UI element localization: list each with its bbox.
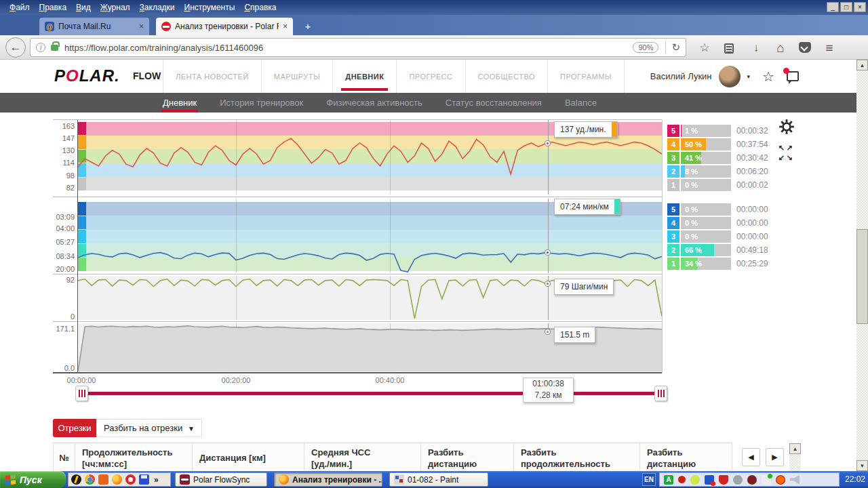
red-shield-icon[interactable]	[719, 475, 728, 485]
red-bug-icon[interactable]	[678, 476, 686, 483]
task-polar-flowsync[interactable]: Polar FlowSync	[175, 472, 267, 487]
menu-tools[interactable]: Инструменты	[184, 3, 235, 12]
language-indicator[interactable]: EN	[642, 473, 656, 486]
yellow-blob-icon[interactable]	[690, 475, 700, 485]
green-a-icon[interactable]: A	[664, 475, 673, 485]
polar-logo[interactable]: POLAR.	[54, 66, 120, 85]
cadence-cursor-dot	[545, 281, 550, 286]
menu-edit[interactable]: Правка	[39, 3, 67, 12]
zone-bar: 41 %	[681, 152, 731, 164]
nav-progress[interactable]: ПРОГРЕСС	[397, 60, 465, 93]
https-lock-icon[interactable]	[51, 45, 58, 51]
zoom-indicator[interactable]: 90%	[633, 42, 658, 53]
address-bar[interactable]: i https://flow.polar.com/training/analys…	[30, 38, 686, 57]
menu-history[interactable]: Журнал	[100, 3, 130, 12]
security-flag-icon[interactable]	[705, 475, 714, 485]
scroll-up-icon[interactable]: ▲	[856, 60, 868, 70]
home-icon[interactable]: ⌂	[773, 41, 788, 55]
speaker-icon[interactable]	[790, 475, 800, 485]
x-axis-line	[53, 372, 662, 373]
subnav-diary[interactable]: Дневник	[163, 93, 197, 113]
tab-mailru[interactable]: @ Почта Mail.Ru ×	[39, 18, 149, 35]
floppy-save-icon[interactable]	[139, 474, 149, 485]
zone-chip: 3	[667, 230, 679, 243]
back-button[interactable]: ←	[5, 37, 26, 58]
menu-help[interactable]: Справка	[244, 3, 276, 12]
page-info-icon[interactable]: i	[36, 43, 45, 52]
next-page-button[interactable]: ▶	[766, 448, 784, 466]
chevron-down-icon: ▼	[188, 420, 195, 437]
daemon-tools-icon[interactable]	[71, 474, 81, 485]
tab-polar-analysis[interactable]: Анализ тренировки - Polar F... ×	[156, 18, 293, 35]
segments-button[interactable]: Отрезки	[53, 419, 96, 437]
slider-handle-left[interactable]	[75, 386, 88, 401]
pace-chart[interactable]: 07:24 мин/км	[78, 199, 662, 273]
scroll-up-icon[interactable]: ▲	[789, 443, 801, 454]
task-firefox-analysis[interactable]: Анализ тренировки - ...	[274, 472, 382, 487]
hamburger-menu-icon[interactable]: ≡	[822, 41, 837, 55]
orange-app-icon[interactable]	[98, 474, 108, 485]
notifications-icon[interactable]	[787, 71, 799, 81]
altitude-tooltip: 151.5 m	[554, 327, 595, 343]
altitude-ytick: 171.1	[47, 325, 75, 333]
subnav-recovery-status[interactable]: Статус восстановления	[446, 93, 542, 113]
menu-bookmarks[interactable]: Закладки	[140, 3, 175, 12]
overflow-chevron-icon[interactable]: »	[154, 475, 159, 485]
col-number: №	[53, 443, 75, 471]
pocket-icon[interactable]	[799, 42, 811, 53]
quick-launch: »	[68, 472, 171, 487]
new-tab-button[interactable]: +	[300, 19, 316, 34]
zone-time: 00:00:00	[736, 203, 784, 216]
flow-logo[interactable]: FLOW	[133, 70, 161, 81]
range-slider-bar[interactable]	[81, 392, 662, 395]
subnav-training-history[interactable]: История тренировок	[220, 93, 303, 113]
prev-page-button[interactable]: ◀	[742, 448, 760, 466]
divider	[665, 41, 666, 54]
fullscreen-expand-icon[interactable]: ↖↗↙↘	[777, 144, 796, 163]
close-button[interactable]: ×	[854, 2, 866, 12]
pace-ytick: 03:09	[47, 213, 75, 221]
downloads-icon[interactable]: ↓	[749, 41, 764, 55]
bookmark-star-icon[interactable]: ☆	[697, 41, 712, 55]
task-paint[interactable]: 01-082 - Paint	[389, 472, 488, 487]
col-avg-hr: Средняя ЧСС[уд./мин.]	[304, 443, 420, 471]
cadence-chart[interactable]: 79 Шаги/мин	[78, 276, 662, 320]
webcam-icon[interactable]	[733, 475, 743, 485]
favorites-star-icon[interactable]: ☆	[762, 68, 774, 85]
subnav-activity[interactable]: Физическая активность	[326, 93, 422, 113]
avatar[interactable]	[719, 66, 741, 87]
opera-icon[interactable]	[125, 474, 136, 485]
slider-handle-right[interactable]	[654, 386, 667, 401]
menu-file[interactable]: Файл	[9, 3, 30, 12]
firefox-icon[interactable]	[112, 474, 122, 485]
nav-programs[interactable]: ПРОГРАММЫ	[548, 60, 625, 93]
close-tab-icon[interactable]: ×	[139, 22, 144, 31]
nav-feed[interactable]: ЛЕНТА НОВОСТЕЙ	[163, 60, 262, 93]
subnav-balance[interactable]: Balance	[565, 93, 597, 113]
user-name: Василий Лукин	[650, 71, 712, 81]
chart-settings-button[interactable]	[777, 118, 796, 137]
dark-disc-icon[interactable]	[747, 475, 757, 485]
scroll-down-icon[interactable]: ▼	[856, 460, 868, 471]
hr-tooltip: 137 уд./мин.	[554, 121, 618, 138]
user-menu[interactable]: Василий Лукин ▾ ☆	[650, 60, 799, 93]
altitude-chart[interactable]: 151.5 m	[78, 323, 662, 371]
close-tab-icon[interactable]: ×	[283, 22, 288, 31]
reload-icon[interactable]: ↻	[671, 41, 680, 54]
heart-rate-chart[interactable]: 137 уд./мин.	[78, 120, 662, 195]
nav-diary[interactable]: ДНЕВНИК	[333, 60, 397, 93]
url-text[interactable]: https://flow.polar.com/training/analysis…	[64, 43, 633, 53]
nav-routes[interactable]: МАРШРУТЫ	[262, 60, 333, 93]
bookmarks-sidebar-icon[interactable]	[724, 43, 734, 54]
nav-community[interactable]: СООБЩЕСТВО	[466, 60, 549, 93]
scrollbar-thumb[interactable]	[856, 229, 868, 324]
orange-disc-icon[interactable]	[776, 475, 785, 485]
split-segments-dropdown[interactable]: Разбить на отрезки ▼	[96, 419, 202, 437]
minimize-button[interactable]: _	[827, 2, 839, 12]
chevron-down-icon[interactable]: ▾	[747, 73, 751, 80]
restore-button[interactable]: □	[840, 2, 852, 12]
chrome-icon[interactable]	[85, 474, 95, 485]
start-button[interactable]: Пуск	[0, 471, 66, 488]
envelope-icon[interactable]	[762, 475, 771, 485]
menu-view[interactable]: Вид	[76, 3, 91, 12]
